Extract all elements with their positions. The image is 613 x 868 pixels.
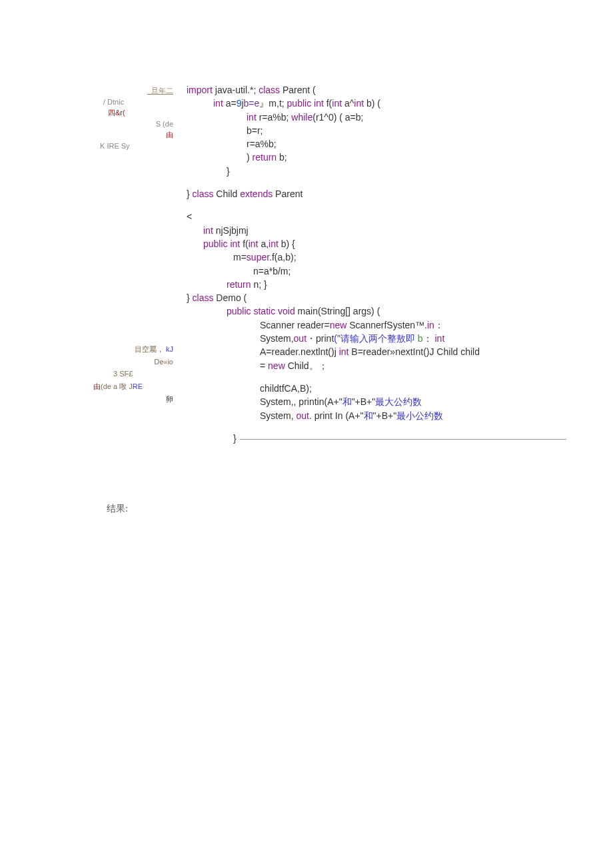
code-line: return n; }	[187, 278, 573, 291]
code-line: childtfCA,B);	[187, 382, 573, 395]
code-line: r=a%b;	[187, 137, 573, 151]
code-line: public static void main(String[] args) (	[187, 304, 573, 318]
code-line: }	[187, 432, 573, 445]
code-line: = new Child。；	[187, 359, 573, 372]
code-line: int njSjbjmj	[187, 224, 573, 237]
code-line: A=reader.nextlnt()j int B=reader»nextInt…	[187, 345, 573, 358]
gutter-text: _旦年二	[80, 85, 173, 97]
code-line: }	[187, 165, 573, 178]
divider	[240, 439, 566, 440]
code-line: m=super.f(a,b);	[187, 250, 573, 264]
code-line: <	[187, 210, 573, 223]
code-line: import java-util.*; class Parent (	[187, 83, 573, 97]
code-line: Scanner reader=new ScannerfSysten™.in：	[187, 318, 573, 332]
code-line: int r=a%b; while(r1^0) ( a=b;	[187, 111, 573, 124]
gutter-text: 目空屬， kJ	[80, 343, 173, 356]
gutter-text: De«io	[80, 356, 173, 368]
gutter-text: 四&r(	[80, 107, 173, 119]
left-gutter-middle: 目空屬， kJ De«io 3 SF£ 由(de a 唙 JRE 卵	[80, 343, 173, 405]
gutter-text: 卵	[80, 393, 173, 406]
code-line: n=a*b/m;	[187, 264, 573, 278]
code-block: import java-util.*; class Parent ( int a…	[187, 83, 573, 445]
gutter-text: 由(de a 唙 JRE	[80, 380, 173, 393]
code-line: ) return b;	[187, 151, 573, 164]
code-line: System,out・print("请输入两个整敖即 b： int	[187, 332, 573, 345]
code-line: b=r;	[187, 124, 573, 137]
gutter-text: 3 SF£	[80, 368, 173, 380]
code-line: public int f(int a,int b) {	[187, 237, 573, 250]
code-line: int a=9jb=e』m,t; public int f(int a^int …	[187, 97, 573, 110]
code-line: System, out. print In (A+"和"+B+"最小公约数	[187, 409, 573, 422]
code-line: } class Demo (	[187, 291, 573, 304]
gutter-text: / Dtnic	[80, 97, 173, 108]
left-gutter-top: _旦年二 / Dtnic 四&r( S (de 由 K IRE Sy	[80, 85, 173, 151]
gutter-text: S (de	[80, 119, 173, 130]
code-line: } class Child extends Parent	[187, 187, 573, 201]
code-line: System,, printin(A+"和"+B+"最大公约数	[187, 395, 573, 408]
document-page: _旦年二 / Dtnic 四&r( S (de 由 K IRE Sy 目空屬， …	[0, 0, 613, 555]
result-heading: 结果:	[107, 503, 573, 515]
gutter-text: K IRE Sy	[80, 141, 173, 152]
gutter-text: 由	[80, 129, 173, 141]
